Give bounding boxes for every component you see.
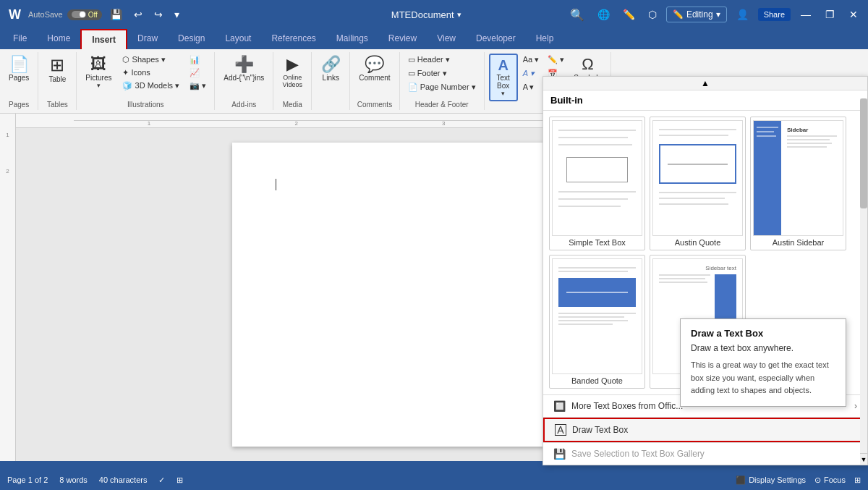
page-number-btn[interactable]: 📄 Page Number ▾ xyxy=(404,81,480,93)
header-btn[interactable]: ▭ Header ▾ xyxy=(404,54,480,66)
more-textboxes-icon: 🔲 xyxy=(553,400,566,412)
share-icon[interactable]: ⬡ xyxy=(644,7,660,22)
links-btn[interactable]: 🔗 Links xyxy=(316,54,345,85)
draw-textbox-label: Draw Text Box xyxy=(572,425,628,435)
undo-icon[interactable]: ↩ xyxy=(130,7,146,22)
pages-btn[interactable]: 📄 Pages xyxy=(4,54,33,85)
tab-file[interactable]: File xyxy=(3,29,37,49)
toggle-off-label: Off xyxy=(88,11,98,19)
textbox-dropdown: ▲ Built-in Simple Text Box xyxy=(542,76,868,465)
track-changes-icon[interactable]: ✓ xyxy=(158,476,165,485)
cursor xyxy=(276,179,276,190)
document-view-icon[interactable]: ⊞ xyxy=(176,476,183,485)
header-footer-group-label: Header & Footer xyxy=(415,101,469,110)
page-info[interactable]: Page 1 of 2 xyxy=(7,476,48,484)
editing-label: Editing xyxy=(686,9,713,20)
tab-insert[interactable]: Insert xyxy=(80,29,127,49)
draw-text-box-item[interactable]: A Draw Text Box xyxy=(543,418,867,442)
tab-references[interactable]: References xyxy=(261,29,326,49)
ribbon-group-addins: ➕ Add-{"\n"}ins Add-ins xyxy=(215,52,273,110)
media-group-label: Media xyxy=(283,101,302,110)
gallery-item-simple[interactable]: Simple Text Box xyxy=(549,117,645,250)
search-icon[interactable]: 🔍 xyxy=(566,7,588,23)
words-info[interactable]: 8 words xyxy=(59,476,88,484)
save-selection-item: 💾 Save Selection to Text Box Gallery xyxy=(543,443,867,465)
ribbon-group-media: ▶ OnlineVideos Media xyxy=(273,52,312,110)
ribbon-group-header-footer: ▭ Header ▾ ▭ Footer ▾ 📄 Page Number ▾ He… xyxy=(400,52,485,110)
view-icons[interactable]: ⊞ xyxy=(854,476,861,485)
minimize-btn[interactable]: — xyxy=(796,7,815,22)
chart-btn[interactable]: 📈 xyxy=(186,67,210,79)
thumb-simple xyxy=(552,120,642,236)
ribbon-group-tables: ⊞ Table Tables xyxy=(38,52,77,110)
save-icon[interactable]: 💾 xyxy=(106,7,126,22)
more-textboxes-arrow: › xyxy=(854,401,857,411)
editing-pen-icon: ✏️ xyxy=(673,9,684,20)
gallery-item-banded-quote[interactable]: Banded Quote xyxy=(549,255,645,389)
ribbon-tabs: File Home Insert Draw Design Layout Refe… xyxy=(0,29,868,49)
scroll-indicator: ▼ xyxy=(860,98,867,465)
pen-icon[interactable]: ✏️ xyxy=(619,7,639,22)
tooltip-title: Draw a Text Box xyxy=(691,328,835,339)
comments-group-label: Comments xyxy=(357,101,392,110)
restore-btn[interactable]: ❐ xyxy=(821,7,839,22)
tab-design[interactable]: Design xyxy=(168,29,215,49)
redo-icon[interactable]: ↪ xyxy=(150,7,166,22)
draw-textbox-icon: A xyxy=(555,424,566,436)
title-bar: W AutoSave Off 💾 ↩ ↪ ▾ MTEDocument ▾ 🔍 🌐… xyxy=(0,0,868,29)
wordart-btn[interactable]: A ▾ xyxy=(519,67,543,80)
illustrations-group-label: Illustrations xyxy=(127,101,164,110)
smartart-btn[interactable]: 📊 xyxy=(186,54,210,66)
screenshot-btn[interactable]: 📷 ▾ xyxy=(186,80,210,92)
addins-btn[interactable]: ➕ Add-{"\n"}ins xyxy=(219,54,268,85)
tab-view[interactable]: View xyxy=(427,29,466,49)
ribbon-group-comments: 💬 Comment Comments xyxy=(350,52,399,110)
thumb-banded-quote xyxy=(552,258,642,374)
tab-review[interactable]: Review xyxy=(378,29,427,49)
gallery-item-label-austin-sidebar: Austin Sidebar xyxy=(773,238,825,247)
ribbon-group-pages: 📄 Pages Pages xyxy=(0,52,38,110)
footer-btn[interactable]: ▭ Footer ▾ xyxy=(404,67,480,80)
shapes-btn[interactable]: ⬡ Shapes ▾ xyxy=(119,54,183,66)
tab-help[interactable]: Help xyxy=(526,29,564,49)
doc-dropdown-icon[interactable]: ▾ xyxy=(457,10,461,20)
icons-btn[interactable]: ✦ Icons xyxy=(119,67,183,79)
display-settings-btn[interactable]: ⬛ Display Settings xyxy=(736,476,806,485)
gallery-item-label-austin-quote: Austin Quote xyxy=(675,238,721,247)
online-videos-btn[interactable]: ▶ OnlineVideos xyxy=(278,54,307,91)
tooltip-body: This is a great way to get the exact tex… xyxy=(691,359,835,397)
focus-btn[interactable]: ⊙ Focus xyxy=(814,476,846,485)
vertical-ruler: 1 2 xyxy=(0,114,16,461)
customize-icon[interactable]: ▾ xyxy=(171,7,183,22)
status-bar: Page 1 of 2 8 words 40 characters ✓ ⊞ ⬛ … xyxy=(0,470,868,490)
tab-draw[interactable]: Draw xyxy=(127,29,168,49)
thumb-austin-sidebar: Sidebar xyxy=(753,120,843,236)
gallery-item-austin-quote[interactable]: Austin Quote xyxy=(650,117,746,250)
cloud-icon[interactable]: 🌐 xyxy=(594,7,613,22)
editing-dropdown-icon: ▾ xyxy=(716,9,720,20)
comment-btn[interactable]: 💬 Comment xyxy=(354,54,394,85)
autosave-label: AutoSave xyxy=(28,10,63,19)
tab-home[interactable]: Home xyxy=(37,29,80,49)
share-btn[interactable]: Share xyxy=(758,8,791,21)
more-textboxes-label: More Text Boxes from Offic... xyxy=(571,401,683,411)
quick-parts-btn[interactable]: Aa ▾ xyxy=(519,54,543,66)
table-btn[interactable]: ⊞ Table xyxy=(43,54,72,86)
thumb-austin-quote xyxy=(652,120,743,236)
text-box-btn[interactable]: A TextBox ▾ xyxy=(489,54,518,101)
app-window: W AutoSave Off 💾 ↩ ↪ ▾ MTEDocument ▾ 🔍 🌐… xyxy=(0,0,868,490)
tab-layout[interactable]: Layout xyxy=(215,29,261,49)
signature-btn[interactable]: ✏️ ▾ xyxy=(544,54,568,66)
close-btn[interactable]: ✕ xyxy=(845,7,862,22)
3dmodels-btn[interactable]: 🧊 3D Models ▾ xyxy=(119,80,183,92)
tab-developer[interactable]: Developer xyxy=(466,29,526,49)
gallery-item-austin-sidebar[interactable]: Sidebar Austin Sidebar xyxy=(750,117,846,250)
tab-mailings[interactable]: Mailings xyxy=(326,29,378,49)
profile-icon[interactable]: 👤 xyxy=(733,7,752,22)
scroll-up-btn[interactable]: ▲ xyxy=(543,77,867,90)
autosave-toggle[interactable]: Off xyxy=(67,9,102,20)
chars-info[interactable]: 40 characters xyxy=(99,476,148,484)
pictures-btn[interactable]: 🖼 Pictures ▾ xyxy=(81,54,116,92)
dropcap-btn[interactable]: A ▾ xyxy=(519,81,543,93)
editing-badge[interactable]: ✏️ Editing ▾ xyxy=(666,7,727,22)
